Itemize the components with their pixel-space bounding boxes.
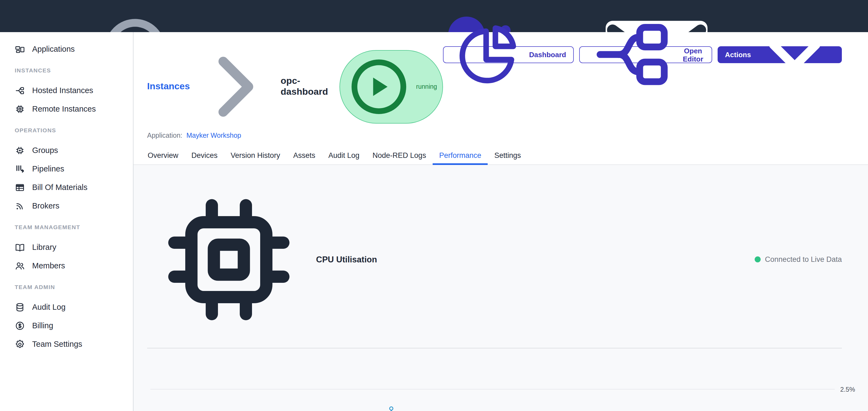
sidebar-item-billing[interactable]: Billing: [0, 316, 133, 335]
chip-group-icon: [15, 145, 25, 156]
sidebar-item-team-settings[interactable]: Team Settings: [0, 335, 133, 353]
tab-performance[interactable]: Performance: [433, 147, 488, 164]
tab-settings[interactable]: Settings: [488, 147, 527, 164]
sidebar-item-brokers[interactable]: Brokers: [0, 197, 133, 215]
sidebar-item-label: Team Settings: [32, 340, 82, 348]
sidebar-item-remote-instances[interactable]: Remote Instances: [0, 100, 133, 118]
cog-icon: [15, 339, 25, 349]
sidebar-item-audit-log[interactable]: Audit Log: [0, 298, 133, 316]
sidebar-item-pipelines[interactable]: Pipelines: [0, 160, 133, 178]
book-open-icon: [15, 242, 25, 252]
live-status-label: Connected to Live Data: [765, 255, 842, 264]
dashboard-button[interactable]: Dashboard: [443, 46, 574, 63]
panel-title: CPU Utilisation: [316, 254, 377, 264]
application-label: Application:: [147, 132, 182, 139]
sidebar-item-label: Pipelines: [32, 164, 64, 173]
sidebar-item-library[interactable]: Library: [0, 238, 133, 256]
tab-version-history[interactable]: Version History: [224, 147, 287, 164]
open-editor-button[interactable]: Open Editor: [579, 46, 712, 63]
cpu-series-points: [152, 407, 834, 411]
sidebar-item-label: Groups: [32, 146, 58, 155]
sidebar-item-hosted-instances[interactable]: Hosted Instances: [0, 81, 133, 100]
table-cells-icon: [15, 182, 25, 193]
users-icon: [15, 261, 25, 271]
pipelines-icon: [15, 164, 25, 174]
dashboard-button-label: Dashboard: [529, 50, 566, 59]
sidebar-item-applications[interactable]: Applications: [0, 40, 133, 58]
y-axis-labels: 0%0.5%1%1.5%2%2.5%: [840, 385, 855, 411]
cpu-series-line: [154, 408, 833, 411]
sidebar: ApplicationsINSTANCESHosted InstancesRem…: [0, 32, 133, 411]
sidebar-section-operations: OPERATIONS: [0, 127, 133, 133]
pie-chart-icon: [451, 18, 525, 92]
branch-icon: [15, 85, 25, 96]
breadcrumb-current: opc-dashboard: [281, 76, 328, 98]
sidebar-item-label: Audit Log: [32, 303, 66, 311]
grid-lines: [150, 389, 835, 411]
tab-overview[interactable]: Overview: [141, 147, 185, 164]
cpu-chip-icon: [147, 178, 311, 341]
sidebar-item-label: Applications: [32, 45, 75, 53]
sidebar-item-label: Members: [32, 261, 65, 270]
panel-divider: [147, 348, 842, 348]
breadcrumb: Instances opc-dashboard running: [147, 46, 443, 127]
open-editor-button-label: Open Editor: [682, 46, 705, 63]
cpu-utilisation-line-chart: 0%0.5%1%1.5%2%2.5%11:50:1111:51:0111:51:…: [147, 356, 866, 411]
sidebar-item-members[interactable]: Members: [0, 256, 133, 275]
app-root: FlowFuse TEAM: Development Invite Member…: [0, 0, 868, 411]
performance-panel: CPU Utilisation Connected to Live Data 0…: [133, 165, 868, 411]
tab-bar: OverviewDevicesVersion HistoryAssetsAudi…: [133, 147, 868, 165]
currency-dollar-icon: [15, 320, 25, 331]
actions-button[interactable]: Actions: [717, 46, 842, 63]
play-circle-icon: [344, 52, 413, 121]
tab-assets[interactable]: Assets: [287, 147, 322, 164]
tab-audit-log[interactable]: Audit Log: [322, 147, 366, 164]
sidebar-item-label: Bill Of Materials: [32, 183, 88, 192]
sidebar-item-label: Library: [32, 243, 56, 251]
tab-node-red-logs[interactable]: Node-RED Logs: [366, 147, 433, 164]
live-dot-icon: [755, 256, 761, 262]
cpu-chip-icon: [15, 104, 25, 114]
sidebar-section-team-management: TEAM MANAGEMENT: [0, 224, 133, 230]
status-badge-label: running: [416, 83, 437, 90]
sidebar-section-team-admin: TEAM ADMIN: [0, 284, 133, 290]
application-link[interactable]: Mayker Workshop: [186, 132, 241, 139]
database-icon: [15, 302, 25, 312]
editor-branch-icon: [587, 9, 678, 100]
sidebar-item-label: Billing: [32, 321, 53, 330]
sidebar-section-instances: INSTANCES: [0, 67, 133, 73]
rss-icon: [15, 201, 25, 211]
sidebar-item-bill-of-materials[interactable]: Bill Of Materials: [0, 178, 133, 197]
sidebar-item-label: Brokers: [32, 201, 59, 210]
top-navbar: FlowFuse TEAM: Development Invite Member…: [0, 0, 868, 32]
rectangle-group-icon: [15, 44, 25, 54]
svg-text:2.5%: 2.5%: [840, 385, 855, 393]
sidebar-item-label: Hosted Instances: [32, 86, 93, 95]
breadcrumb-instances-link[interactable]: Instances: [147, 81, 190, 92]
chevron-right-icon: [195, 46, 276, 127]
main-content: Instances opc-dashboard running Applicat…: [133, 32, 868, 411]
chevron-down-icon: [755, 15, 834, 94]
actions-button-label: Actions: [725, 50, 751, 59]
sidebar-item-groups[interactable]: Groups: [0, 141, 133, 160]
status-badge: running: [339, 50, 443, 123]
tab-devices[interactable]: Devices: [185, 147, 224, 164]
sidebar-item-label: Remote Instances: [32, 105, 96, 113]
live-status: Connected to Live Data: [755, 255, 842, 264]
